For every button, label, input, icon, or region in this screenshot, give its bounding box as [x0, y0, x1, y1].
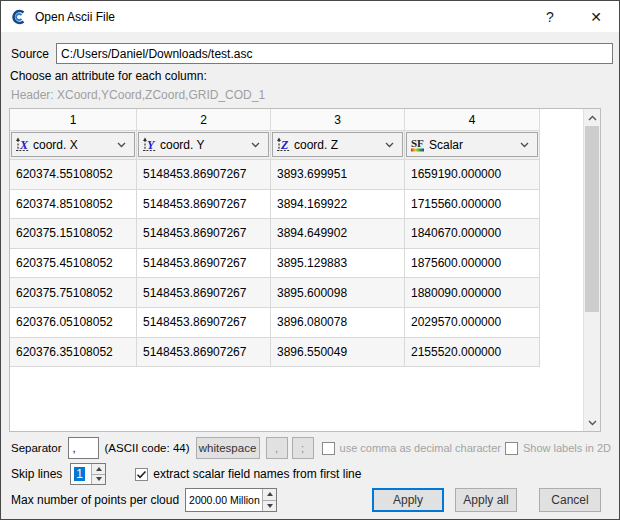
table-cell[interactable]: 3895.129883	[271, 249, 405, 279]
table-cell[interactable]: 5148453.86907267	[137, 278, 271, 308]
svg-text:Z: Z	[280, 138, 289, 152]
apply-button[interactable]: Apply	[372, 488, 444, 512]
table-cell[interactable]: 3895.600098	[271, 278, 405, 308]
scrollbar-thumb[interactable]	[585, 126, 599, 312]
scalar-field-icon: SF	[410, 137, 426, 152]
table-row-filler	[540, 190, 583, 220]
source-label: Source	[11, 47, 49, 61]
source-input[interactable]: C:/Users/Daniel/Downloads/test.asc	[56, 43, 613, 64]
svg-text:SF: SF	[411, 137, 424, 149]
semicolon-button[interactable]: ;	[292, 437, 314, 459]
table-cell[interactable]: 3893.699951	[271, 160, 405, 190]
max-points-label: Max number of points per cloud	[11, 493, 179, 507]
table-cell[interactable]: 620375.45108052	[10, 249, 137, 279]
table-cell[interactable]: 5148453.86907267	[137, 249, 271, 279]
column-attribute-select-1[interactable]: X coord. X	[11, 132, 135, 157]
spin-up-button[interactable]	[263, 489, 276, 501]
max-points-spinbox[interactable]: 2000.00 Million	[185, 488, 277, 512]
spin-up-icon	[96, 467, 102, 471]
x-axis-icon: X	[15, 137, 30, 152]
cancel-button[interactable]: Cancel	[539, 488, 601, 512]
table-scrollbar[interactable]	[583, 109, 600, 431]
skip-lines-label: Skip lines	[11, 467, 62, 481]
table-cell[interactable]: 5148453.86907267	[137, 219, 271, 249]
scroll-up-icon[interactable]	[584, 109, 600, 126]
table-cell[interactable]: 1875600.000000	[405, 249, 540, 279]
svg-text:X: X	[19, 138, 29, 152]
spin-down-icon	[267, 504, 273, 508]
chevron-down-icon	[251, 142, 260, 148]
table-cell[interactable]: 3896.550049	[271, 338, 405, 368]
table-row[interactable]: 620376.051080525148453.869072673896.0800…	[10, 308, 583, 338]
table-cell[interactable]: 620374.55108052	[10, 160, 137, 190]
table-cell[interactable]: 1715560.000000	[405, 190, 540, 220]
column-number[interactable]: 1	[10, 109, 137, 131]
table-cell[interactable]: 5148453.86907267	[137, 338, 271, 368]
column-number[interactable]: 3	[271, 109, 405, 131]
column-attribute-select-4[interactable]: SF Scalar	[406, 132, 538, 157]
checkbox-box[interactable]	[505, 442, 518, 455]
table-cell[interactable]: 3896.080078	[271, 308, 405, 338]
svg-text:Y: Y	[147, 138, 156, 152]
max-points-value: 2000.00 Million	[186, 489, 262, 511]
table-cell[interactable]: 1840670.000000	[405, 219, 540, 249]
table-row[interactable]: 620376.351080525148453.869072673896.5500…	[10, 338, 583, 368]
spin-up-button[interactable]	[92, 464, 105, 475]
y-axis-icon: Y	[142, 137, 157, 152]
show-labels-2d-checkbox[interactable]: Show labels in 2D	[505, 442, 611, 455]
table-cell[interactable]: 620376.35108052	[10, 338, 137, 368]
table-cell[interactable]: 620375.15108052	[10, 219, 137, 249]
table-cell[interactable]: 2029570.000000	[405, 308, 540, 338]
column-attribute-select-3[interactable]: Z coord. Z	[272, 132, 403, 157]
table-cell[interactable]: 1659190.000000	[405, 160, 540, 190]
header-filler	[540, 131, 583, 160]
table-cell[interactable]: 3894.169922	[271, 190, 405, 220]
checkbox-box[interactable]	[322, 442, 335, 455]
help-button[interactable]: ?	[527, 1, 573, 32]
header-filler	[540, 109, 583, 131]
checkmark-icon	[136, 469, 147, 480]
table-body: 620374.551080525148453.869072673893.6999…	[10, 160, 583, 431]
table-row-filler	[540, 160, 583, 190]
table-row[interactable]: 620375.151080525148453.869072673894.6499…	[10, 219, 583, 249]
table-cell[interactable]: 3894.649902	[271, 219, 405, 249]
table-row[interactable]: 620374.551080525148453.869072673893.6999…	[10, 160, 583, 190]
whitespace-button[interactable]: whitespace	[196, 437, 260, 459]
table-cell[interactable]: 620375.75108052	[10, 278, 137, 308]
extract-scalar-names-checkbox[interactable]: extract scalar field names from first li…	[135, 467, 361, 481]
close-button[interactable]: ✕	[573, 1, 619, 32]
checkbox-box[interactable]	[135, 468, 148, 481]
column-attribute-select-2[interactable]: Y coord. Y	[138, 132, 269, 157]
comma-button[interactable]: ,	[266, 437, 288, 459]
spin-down-button[interactable]	[263, 501, 276, 512]
column-number[interactable]: 4	[405, 109, 540, 131]
table-cell[interactable]: 2155520.000000	[405, 338, 540, 368]
use-comma-checkbox[interactable]: use comma as decimal character	[322, 442, 501, 455]
column-number[interactable]: 2	[137, 109, 271, 131]
table-row-filler	[540, 278, 583, 308]
choose-attribute-label: Choose an attribute for each column:	[10, 69, 207, 83]
titlebar[interactable]: Open Ascii File ? ✕	[1, 1, 619, 32]
spin-up-icon	[267, 492, 273, 496]
table-cell[interactable]: 1880090.000000	[405, 278, 540, 308]
table-row[interactable]: 620375.451080525148453.869072673895.1298…	[10, 249, 583, 279]
separator-input[interactable]: ,	[68, 437, 99, 459]
table-cell[interactable]: 5148453.86907267	[137, 190, 271, 220]
separator-label: Separator	[11, 442, 62, 454]
combo-label: Scalar	[429, 138, 463, 152]
skip-lines-spinbox[interactable]: 1	[70, 463, 106, 485]
ascii-code-label: (ASCII code: 44)	[105, 442, 190, 454]
attribute-selector-row: X coord. X Y coord. Y	[10, 131, 583, 160]
table-cell[interactable]: 620374.85108052	[10, 190, 137, 220]
table-cell[interactable]: 5148453.86907267	[137, 160, 271, 190]
table-row[interactable]: 620374.851080525148453.869072673894.1699…	[10, 190, 583, 220]
scroll-down-icon[interactable]	[584, 414, 600, 431]
table-row-filler	[540, 219, 583, 249]
table-row-filler	[540, 338, 583, 368]
table-cell[interactable]: 5148453.86907267	[137, 308, 271, 338]
cloudcompare-logo-icon	[10, 8, 28, 26]
spin-down-button[interactable]	[92, 475, 105, 485]
table-row[interactable]: 620375.751080525148453.869072673895.6000…	[10, 278, 583, 308]
table-cell[interactable]: 620376.05108052	[10, 308, 137, 338]
apply-all-button[interactable]: Apply all	[455, 488, 517, 512]
